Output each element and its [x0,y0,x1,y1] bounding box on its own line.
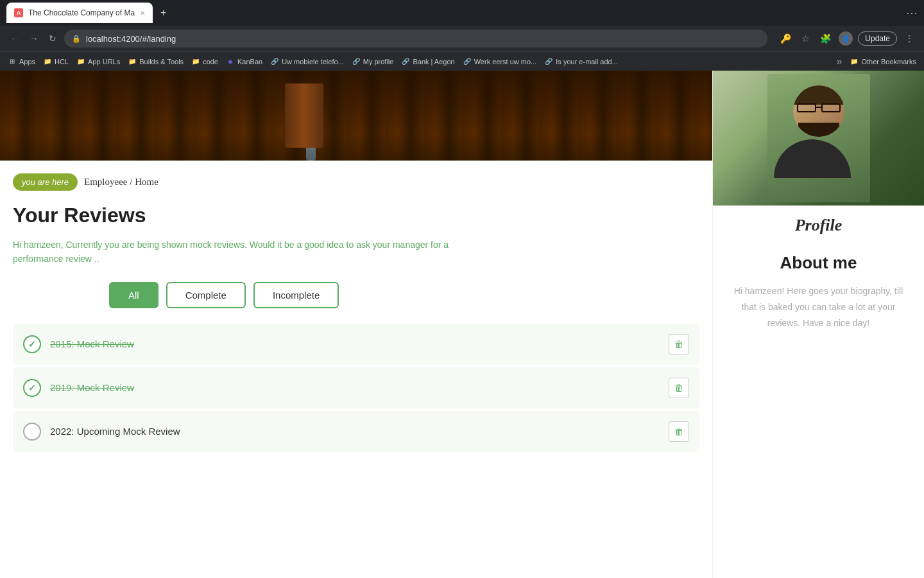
reload-button[interactable]: ↻ [46,31,59,46]
filter-incomplete-button[interactable]: Incomplete [253,282,339,308]
profile-photo [713,71,924,206]
folder-icon: 📁 [128,57,137,66]
browser-chrome: A The Chocolate Company of Ma ✕ + ⋯ [0,0,924,26]
url-text: localhost:4200/#/landing [86,34,176,44]
hero-image [0,71,712,161]
bookmark-hcl-label: HCL [55,58,69,66]
tab-favicon: A [14,8,23,17]
right-sidebar: Profile About me Hi hamzeen! Here goes y… [712,71,924,578]
main-content: you are here Employeee / Home Your Revie… [0,71,712,578]
review-check-completed [23,379,41,397]
bookmark-builds[interactable]: 📁 Builds & Tools [128,57,184,66]
update-button[interactable]: Update [858,31,897,46]
bookmarks-bar: ⊞ Apps 📁 HCL 📁 App URLs 📁 Builds & Tools… [0,51,924,71]
bookmark-bank-label: Bank | Aegon [413,58,454,66]
bookmark-mobiel-label: Uw mobiele telefo... [282,58,344,66]
link-icon: 🔗 [352,57,361,66]
profile-photo-placeholder [713,71,924,206]
active-tab[interactable]: A The Chocolate Company of Ma ✕ [6,3,153,23]
review-check-completed [23,335,41,353]
new-tab-button[interactable]: + [155,4,171,21]
apps-icon: ⊞ [8,57,17,66]
bookmark-myprofile-label: My profile [363,58,394,66]
review-item: 2015: Mock Review 🗑 [13,324,699,365]
bookmark-other-label: Other Bookmarks [861,58,916,66]
review-check-pending [23,423,41,441]
tab-bar: A The Chocolate Company of Ma ✕ + [6,3,171,23]
page-content: you are here Employeee / Home Your Revie… [0,71,924,578]
breadcrumb-path: Employeee / Home [84,177,158,188]
review-title[interactable]: 2019: Mock Review [50,382,660,393]
key-icon: 🔑 [778,31,794,46]
link-icon: 🔗 [270,57,279,66]
bookmark-myprofile[interactable]: 🔗 My profile [352,57,394,66]
address-bar[interactable]: 🔒 localhost:4200/#/landing [64,30,767,48]
kanban-icon: ◆ [226,57,235,66]
folder-icon: 📁 [43,57,52,66]
menu-icon[interactable]: ⋮ [902,31,916,46]
toolbar-icons: 🔑 ☆ 🧩 👤 Update ⋮ [778,31,916,46]
you-are-here-badge: you are here [13,173,78,191]
review-item: 2022: Upcoming Mock Review 🗑 [13,411,699,452]
review-title[interactable]: 2015: Mock Review [50,338,660,349]
review-delete-button[interactable]: 🗑 [669,378,689,398]
about-me-text: Hi hamzeen! Here goes your biography, ti… [726,283,911,332]
link-icon: 🔗 [401,57,410,66]
review-title[interactable]: 2022: Upcoming Mock Review [50,426,660,437]
bookmark-email-label: Is your e-mail add... [556,58,618,66]
bookmark-other[interactable]: 📁 Other Bookmarks [850,57,916,66]
extension-icon: 🧩 [817,31,834,46]
review-item: 2019: Mock Review 🗑 [13,367,699,408]
bookmark-apps-label: Apps [19,58,35,66]
tab-title: The Chocolate Company of Ma [28,8,135,17]
bookmark-bank[interactable]: 🔗 Bank | Aegon [401,57,454,66]
reviews-section: Your Reviews Hi hamzeen, Currently you a… [0,197,712,465]
bookmark-apps[interactable]: ⊞ Apps [8,57,35,66]
breadcrumb-area: you are here Employeee / Home [0,161,712,197]
forward-button[interactable]: → [27,31,41,46]
lock-icon: 🔒 [72,35,81,43]
bookmark-appurls[interactable]: 📁 App URLs [76,57,120,66]
address-bar-row: ← → ↻ 🔒 localhost:4200/#/landing 🔑 ☆ 🧩 👤… [0,26,924,51]
about-me-title: About me [726,253,911,273]
review-list: 2015: Mock Review 🗑 2019: Mock Review 🗑 … [13,324,699,452]
bookmark-werk[interactable]: 🔗 Werk eerst uw mo... [463,57,537,66]
filter-all-button[interactable]: All [109,282,158,308]
bookmark-werk-label: Werk eerst uw mo... [474,58,537,66]
link-icon: 🔗 [544,57,553,66]
back-button[interactable]: ← [8,31,22,46]
about-me-section: About me Hi hamzeen! Here goes your biog… [713,240,924,345]
bookmark-code-label: code [203,58,218,66]
folder-icon: 📁 [191,57,200,66]
profile-avatar[interactable]: 👤 [839,31,853,46]
reviews-title: Your Reviews [13,204,699,227]
review-delete-button[interactable]: 🗑 [669,334,689,355]
bookmark-code[interactable]: 📁 code [191,57,218,66]
profile-label: Profile [713,206,924,240]
filter-complete-button[interactable]: Complete [166,282,246,308]
bookmark-kanban-label: KanBan [237,58,262,66]
water-effect [306,109,316,161]
bookmark-kanban[interactable]: ◆ KanBan [226,57,262,66]
bookmark-mobiel[interactable]: 🔗 Uw mobiele telefo... [270,57,344,66]
bookmark-email[interactable]: 🔗 Is your e-mail add... [544,57,618,66]
bookmark-builds-label: Builds & Tools [139,58,184,66]
folder-icon: 📁 [850,57,859,66]
link-icon: 🔗 [463,57,472,66]
review-delete-button[interactable]: 🗑 [669,421,689,442]
bookmark-hcl[interactable]: 📁 HCL [43,57,69,66]
filter-buttons: All Complete Incomplete [109,282,699,308]
more-bookmarks[interactable]: » [837,56,843,67]
bookmark-appurls-label: App URLs [88,58,120,66]
minimize-button[interactable]: ⋯ [906,6,918,20]
tab-close-button[interactable]: ✕ [140,10,145,17]
star-icon[interactable]: ☆ [799,31,812,46]
reviews-message: Hi hamzeen, Currently you are being show… [13,238,462,267]
folder-icon: 📁 [76,57,85,66]
